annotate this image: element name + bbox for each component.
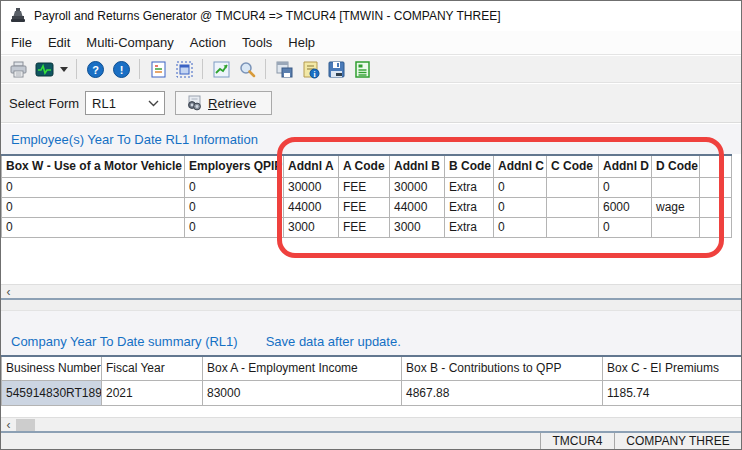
panel-gap bbox=[1, 300, 741, 311]
table-cell[interactable]: 3000 bbox=[390, 217, 445, 237]
save-icon[interactable] bbox=[323, 57, 349, 81]
table-cell[interactable]: 4867.88 bbox=[402, 380, 603, 405]
employee-horizontal-scrollbar[interactable]: ‹ bbox=[1, 284, 741, 298]
table-cell[interactable]: 0 bbox=[494, 177, 547, 197]
company-table-header-row: Business NumberFiscal YearBox A - Employ… bbox=[2, 356, 742, 380]
column-header[interactable]: Addnl C bbox=[494, 155, 547, 177]
column-header[interactable]: Box B - Contributions to QPP bbox=[402, 356, 603, 380]
table-cell[interactable]: 6000 bbox=[599, 197, 652, 217]
table-cell[interactable]: 3000 bbox=[284, 217, 339, 237]
table-cell[interactable]: 0 bbox=[599, 177, 652, 197]
retrieve-button[interactable]: Retrieve bbox=[175, 91, 271, 115]
form-select-value: RL1 bbox=[92, 96, 116, 111]
table-cell[interactable]: 2021 bbox=[102, 380, 203, 405]
table-cell[interactable]: 1185.74 bbox=[603, 380, 742, 405]
form-view-icon[interactable] bbox=[145, 57, 171, 81]
table-cell[interactable]: 83000 bbox=[203, 380, 402, 405]
table-cell[interactable] bbox=[547, 177, 599, 197]
scroll-left-arrow-icon[interactable]: ‹ bbox=[1, 418, 16, 431]
table-cell[interactable]: 44000 bbox=[390, 197, 445, 217]
binoculars-icon bbox=[186, 95, 202, 111]
column-header[interactable]: Business Number bbox=[2, 356, 102, 380]
table-filler bbox=[700, 177, 732, 197]
table-cell[interactable]: Extra bbox=[445, 217, 494, 237]
column-header[interactable]: C Code bbox=[547, 155, 599, 177]
table-cell[interactable]: wage bbox=[652, 197, 700, 217]
copy-to-disk-icon[interactable] bbox=[271, 57, 297, 81]
form-select[interactable]: RL1 bbox=[85, 91, 165, 115]
table-filler bbox=[700, 197, 732, 217]
column-header[interactable]: Box W - Use of a Motor Vehicle bbox=[2, 155, 185, 177]
toolbar-separator bbox=[265, 59, 266, 79]
table-cell[interactable] bbox=[547, 197, 599, 217]
table-cell[interactable] bbox=[652, 217, 700, 237]
print-icon[interactable] bbox=[5, 57, 31, 81]
company-horizontal-scrollbar[interactable]: ‹ bbox=[1, 417, 741, 431]
title-bar[interactable]: Payroll and Returns Generator @ TMCUR4 =… bbox=[1, 1, 741, 31]
column-header[interactable]: D Code bbox=[652, 155, 700, 177]
svg-text:?: ? bbox=[92, 63, 99, 75]
menu-action[interactable]: Action bbox=[182, 31, 234, 54]
company-section-header: Company Year To Date summary (RL1) Save … bbox=[1, 311, 741, 355]
menu-edit[interactable]: Edit bbox=[40, 31, 78, 54]
table-cell[interactable]: 44000 bbox=[284, 197, 339, 217]
table-cell[interactable] bbox=[652, 177, 700, 197]
table-row[interactable]: 0044000FEE44000Extra06000wage bbox=[2, 197, 732, 217]
table-row[interactable]: 0030000FEE30000Extra00 bbox=[2, 177, 732, 197]
info-icon[interactable]: ! bbox=[108, 57, 134, 81]
menu-help[interactable]: Help bbox=[280, 31, 323, 54]
table-row[interactable]: 545914830RT18932021830004867.881185.74 bbox=[2, 380, 742, 405]
table-cell[interactable]: FEE bbox=[339, 217, 390, 237]
stamp-app-icon bbox=[9, 7, 27, 25]
menu-tools[interactable]: Tools bbox=[234, 31, 280, 54]
menu-multi-company[interactable]: Multi-Company bbox=[78, 31, 181, 54]
table-cell[interactable]: Extra bbox=[445, 177, 494, 197]
table-cell[interactable]: 0 bbox=[599, 217, 652, 237]
column-header[interactable]: Box A - Employment Income bbox=[203, 356, 402, 380]
toolbar-separator bbox=[76, 59, 77, 79]
table-cell[interactable]: FEE bbox=[339, 197, 390, 217]
column-header[interactable]: A Code bbox=[339, 155, 390, 177]
table-filler bbox=[700, 155, 732, 177]
table-cell[interactable]: 0 bbox=[185, 197, 284, 217]
employee-section-header: Employee(s) Year To Date RL1 Information bbox=[1, 124, 741, 154]
table-row[interactable]: 003000FEE3000Extra00 bbox=[2, 217, 732, 237]
search-icon[interactable] bbox=[234, 57, 260, 81]
company-section-title: Company Year To Date summary (RL1) bbox=[11, 334, 238, 349]
chevron-down-icon bbox=[148, 100, 159, 107]
retrieve-button-label: Retrieve bbox=[208, 96, 256, 111]
report-icon[interactable] bbox=[349, 57, 375, 81]
column-header[interactable]: Employers QPIP bbox=[185, 155, 284, 177]
help-icon[interactable]: ? bbox=[82, 57, 108, 81]
table-cell[interactable]: 545914830RT1893 bbox=[2, 380, 102, 405]
table-cell[interactable]: 0 bbox=[185, 177, 284, 197]
chart-icon[interactable] bbox=[208, 57, 234, 81]
menu-file[interactable]: File bbox=[3, 31, 40, 54]
status-pane-company-code: TMCUR4 bbox=[540, 433, 614, 449]
table-cell[interactable]: 30000 bbox=[284, 177, 339, 197]
form-monitor-icon[interactable] bbox=[31, 57, 57, 81]
scrollbar-thumb[interactable] bbox=[16, 419, 35, 431]
table-cell[interactable]: FEE bbox=[339, 177, 390, 197]
column-header[interactable]: Addnl B bbox=[390, 155, 445, 177]
column-header[interactable]: Box C - EI Premiums bbox=[603, 356, 742, 380]
column-header[interactable]: Addnl D bbox=[599, 155, 652, 177]
scroll-left-arrow-icon[interactable]: ‹ bbox=[1, 285, 16, 298]
dropdown-arrow-icon[interactable] bbox=[57, 57, 71, 81]
table-cell[interactable]: 0 bbox=[2, 217, 185, 237]
table-cell[interactable]: 0 bbox=[494, 197, 547, 217]
table-cell[interactable] bbox=[547, 217, 599, 237]
table-cell[interactable]: 0 bbox=[494, 217, 547, 237]
employee-ytd-table: Box W - Use of a Motor VehicleEmployers … bbox=[1, 154, 732, 238]
table-cell[interactable]: 30000 bbox=[390, 177, 445, 197]
select-window-icon[interactable] bbox=[171, 57, 197, 81]
status-spacer bbox=[1, 433, 540, 449]
table-cell[interactable]: 0 bbox=[185, 217, 284, 237]
column-header[interactable]: Addnl A bbox=[284, 155, 339, 177]
column-header[interactable]: Fiscal Year bbox=[102, 356, 203, 380]
table-cell[interactable]: 0 bbox=[2, 177, 185, 197]
column-header[interactable]: B Code bbox=[445, 155, 494, 177]
table-cell[interactable]: 0 bbox=[2, 197, 185, 217]
table-cell[interactable]: Extra bbox=[445, 197, 494, 217]
notes-info-icon[interactable]: i bbox=[297, 57, 323, 81]
